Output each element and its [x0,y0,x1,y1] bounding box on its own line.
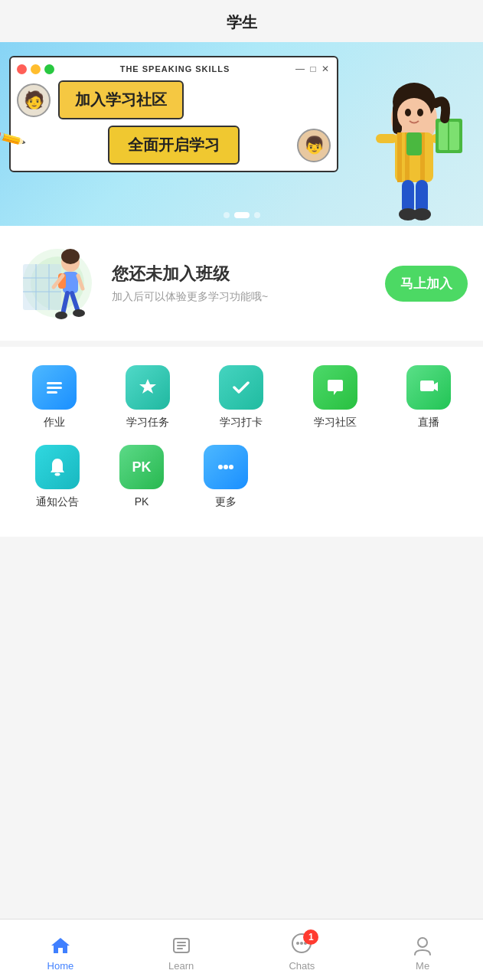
window-dots [17,64,54,74]
banner-btn-row1: 🧑 加入学习社区 [17,80,331,119]
svg-point-52 [300,942,303,945]
svg-rect-41 [420,381,434,391]
community-icon-item[interactable]: 学习社区 [301,365,370,430]
task-label: 学习任务 [126,416,169,430]
banner-window: THE SPEAKING SKILLS — □ ✕ 🧑 加入学习社区 全面开启学… [9,56,338,172]
svg-rect-38 [47,387,62,389]
task-icon-item[interactable]: 学习任务 [113,365,182,430]
pk-label: PK [135,495,149,508]
join-illustration [15,241,100,325]
chats-icon: 1 [290,934,313,957]
svg-point-5 [417,109,423,116]
chats-tab-label: Chats [289,960,315,972]
homework-icon-item[interactable]: 作业 [20,365,89,430]
banner-join-btn[interactable]: 加入学习社区 [58,80,184,119]
more-icon-item[interactable]: 更多 [191,445,260,509]
banner-dot-1 [224,212,230,218]
svg-point-45 [229,465,233,469]
join-subtitle: 加入后可以体验更多学习功能哦~ [112,290,373,304]
more-icon-box [204,445,248,489]
pk-text: PK [132,459,151,475]
banner-start-btn[interactable]: 全面开启学习 [108,126,240,165]
page-title: 学生 [0,0,483,42]
join-text: 您还未加入班级 加入后可以体验更多学习功能哦~ [112,263,373,304]
notice-icon-box [35,445,80,489]
svg-point-19 [413,208,431,220]
svg-marker-40 [139,379,156,394]
live-icon-item[interactable]: 直播 [394,365,463,430]
svg-rect-10 [406,132,422,155]
svg-point-51 [296,942,299,945]
banner-btn-row2: 全面开启学习 👦 [17,126,331,165]
tab-bar: Home Learn 1 Chats [0,919,483,980]
checkin-label: 学习打卡 [220,416,263,430]
join-section: 您还未加入班级 加入后可以体验更多学习功能哦~ 马上加入 [0,226,483,347]
window-title: THE SPEAKING SKILLS [120,64,230,74]
banner-indicators [224,212,260,218]
svg-point-36 [73,309,85,317]
icons-section: 作业 学习任务 学习打卡 [0,347,483,543]
svg-rect-11 [376,134,397,143]
learn-tab-label: Learn [168,960,194,972]
notice-label: 通知公告 [36,495,79,509]
pk-icon-item[interactable]: PK PK [107,445,176,509]
dot-green [44,64,54,74]
svg-point-28 [61,249,80,264]
live-icon-box [406,365,451,410]
learn-icon [170,934,193,957]
svg-point-54 [418,938,427,947]
svg-point-43 [218,465,223,469]
banner-dot-3 [254,212,260,218]
home-tab-label: Home [47,960,74,972]
tab-chats[interactable]: 1 Chats [242,928,363,972]
svg-point-42 [55,473,60,476]
window-controls: — □ ✕ [295,64,331,74]
me-icon [411,934,434,957]
banner-avatar1: 🧑 [17,83,51,117]
notice-icon-item[interactable]: 通知公告 [23,445,92,509]
main-content: 学生 THE SPEAKING SKILLS — □ ✕ 🧑 加入学习社区 全面… [0,0,483,604]
live-label: 直播 [418,416,439,430]
icons-row-2: 通知公告 PK PK 更多 [8,445,475,509]
banner-girl-illustration [353,57,475,226]
svg-point-4 [405,109,411,116]
homework-icon-box [32,365,77,410]
window-titlebar: THE SPEAKING SKILLS — □ ✕ [17,64,331,74]
chats-badge: 1 [303,929,318,945]
svg-rect-37 [47,382,62,384]
icons-row-1: 作业 学习任务 学习打卡 [8,365,475,430]
svg-point-44 [224,465,228,469]
svg-rect-7 [397,132,402,182]
join-title: 您还未加入班级 [112,263,373,286]
header-title: 学生 [227,14,257,31]
home-icon [49,934,72,957]
more-label: 更多 [215,495,237,509]
me-tab-label: Me [416,960,429,972]
banner: THE SPEAKING SKILLS — □ ✕ 🧑 加入学习社区 全面开启学… [0,42,483,226]
svg-rect-39 [47,391,57,394]
banner-avatar2: 👦 [297,129,331,162]
chats-icon-wrapper: 1 [291,933,312,959]
tab-me[interactable]: Me [362,928,483,972]
svg-point-3 [397,98,431,132]
banner-dot-2 [234,212,250,218]
dot-yellow [31,64,41,74]
dot-red [17,64,27,74]
community-icon-box [313,365,357,410]
join-now-button[interactable]: 马上加入 [385,266,468,302]
community-label: 学习社区 [314,416,357,430]
tab-learn[interactable]: Learn [121,928,242,972]
pk-icon-box: PK [119,445,164,489]
tab-home[interactable]: Home [0,928,121,972]
task-icon-box [126,365,170,410]
checkin-icon-item[interactable]: 学习打卡 [207,365,276,430]
homework-label: 作业 [44,416,65,430]
checkin-icon-box [219,365,263,410]
svg-point-35 [55,312,67,319]
